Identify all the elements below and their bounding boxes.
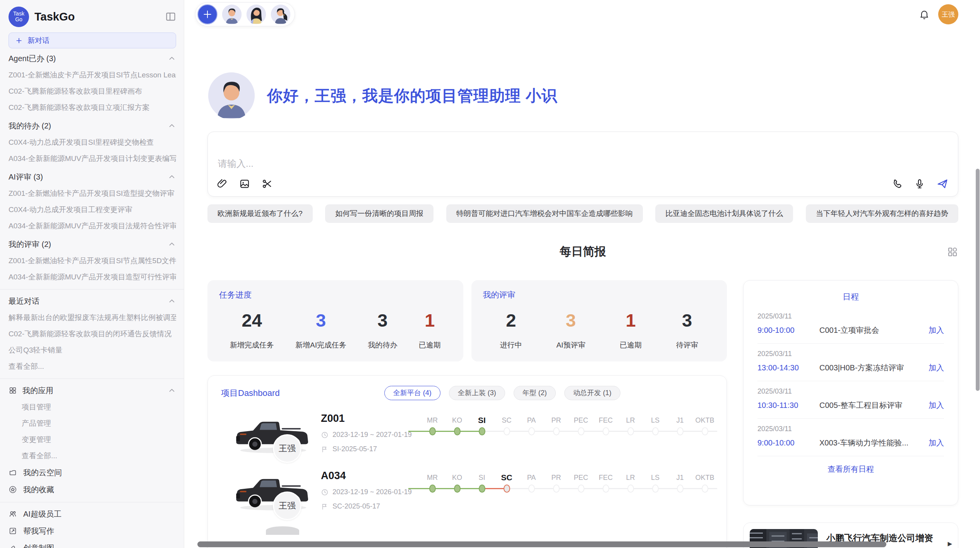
user-avatar[interactable]: 王强 (938, 4, 958, 24)
filter-pill[interactable]: 全新上装 (3) (449, 386, 505, 400)
milestone-LR: LR (618, 471, 643, 494)
milestone-FEC: FEC (593, 471, 618, 494)
milestone-label: FEC (593, 471, 618, 484)
view-all-schedule-link[interactable]: 查看所有日程 (757, 464, 944, 474)
milestone-label: PA (519, 414, 544, 426)
sidebar-section-header[interactable]: AI评审 (3) (9, 168, 176, 185)
stat: 1 已逾期 (620, 310, 642, 350)
sidebar-item[interactable]: C0X4-动力总成开发项目工程变更评审 (9, 202, 176, 218)
milestone-SI: SI (469, 471, 494, 494)
add-agent-button[interactable] (197, 4, 218, 24)
sidebar-item-star[interactable]: 我的收藏 (9, 481, 176, 498)
milestone-OKTB: OKTB (692, 471, 717, 494)
sidebar-item[interactable]: C02-飞腾新能源轻客改款项目里程碑画布 (9, 83, 176, 99)
sidebar-app-item[interactable]: 项目管理 (22, 399, 176, 415)
new-chat-button[interactable]: 新对话 (9, 33, 176, 48)
logo-line2: Go (15, 17, 22, 22)
project-dates: 2023-12-19 ~ 2027-01-19 (321, 431, 420, 439)
sidebar-item[interactable]: C02-飞腾新能源轻客改款项目立项汇报方案 (9, 99, 176, 116)
milestone-label: J1 (668, 414, 692, 426)
milestone-J1: J1 (668, 414, 692, 437)
vertical-scrollbar[interactable] (976, 169, 980, 391)
filter-pill[interactable]: 年型 (2) (514, 386, 556, 400)
sidebar-section-title: Agent已办 (3) (9, 53, 56, 64)
divider (0, 289, 184, 289)
milestone-label: FEC (593, 414, 618, 426)
stat-value: 3 (556, 310, 585, 331)
agent-avatar-3[interactable] (271, 4, 291, 24)
join-link[interactable]: 加入 (929, 325, 944, 336)
sidebar-item[interactable]: C02-飞腾新能源轻客改款项目的闭环通告反馈情况 (9, 326, 176, 342)
image-icon[interactable] (239, 178, 250, 190)
schedule-time: 9:00-10:00 (757, 438, 816, 447)
sidebar-item[interactable]: Z001-全新燃油皮卡产品开发项目SI节点Lesson Learn报告 (9, 67, 176, 83)
notification-bell-icon[interactable] (919, 9, 930, 20)
attachment-icon[interactable] (216, 178, 228, 190)
suggestion-chip[interactable]: 如何写一份清晰的项目周报 (325, 204, 433, 223)
join-link[interactable]: 加入 (929, 400, 944, 411)
sidebar-section-header[interactable]: Agent已办 (3) (9, 50, 176, 67)
composer[interactable]: 请输入... (207, 132, 958, 197)
sidebar-tool-people[interactable]: AI超级员工 (9, 505, 176, 522)
agent-avatar-1[interactable] (222, 4, 242, 24)
suggestion-chip[interactable]: 特朗普可能对进口汽车增税会对中国车企造成哪些影响 (446, 204, 643, 223)
milestone-LS: LS (643, 414, 668, 437)
phone-icon[interactable] (891, 178, 903, 190)
scroll-right-arrow[interactable]: ▶ (947, 540, 952, 547)
sidebar-section-header[interactable]: 最近对话 (9, 293, 176, 310)
schedule-time: 9:00-10:00 (757, 326, 816, 335)
sidebar-section-my-apps[interactable]: 我的应用 (9, 382, 176, 399)
agent-avatar-2[interactable] (246, 4, 266, 24)
milestone-dot (504, 427, 510, 435)
chevron-up-icon (168, 386, 176, 395)
stat-label: 新增AI完成任务 (295, 340, 346, 350)
schedule-time: 13:00-14:30 (757, 363, 816, 372)
microphone-icon[interactable] (914, 178, 925, 190)
sidebar-app-item[interactable]: 变更管理 (22, 432, 176, 448)
sidebar-item[interactable]: A034-全新新能源MUV产品开发项目法规符合性评审 (9, 218, 176, 234)
vehicle-image: 王强 (231, 412, 315, 457)
sidebar-section-header[interactable]: 我的待办 (2) (9, 117, 176, 134)
join-link[interactable]: 加入 (929, 438, 944, 448)
stat-value: 1 (419, 310, 441, 331)
scissors-icon[interactable] (261, 178, 273, 190)
suggestion-chip[interactable]: 比亚迪全固态电池计划具体说了什么 (655, 204, 793, 223)
taskgo-logo: Task Go (9, 7, 29, 27)
sidebar-tool-label: AI超级员工 (23, 509, 62, 519)
people-icon (9, 510, 17, 518)
app-title: TaskGo (34, 10, 75, 23)
project-row[interactable]: 王强 Z001 2023-12-19 ~ 2027-01-19 SI-2025-… (221, 412, 713, 457)
filter-pill[interactable]: 全新平台 (4) (384, 386, 440, 400)
sidebar-item-cloud[interactable]: 我的云空间 (9, 464, 176, 481)
project-row[interactable]: 王强 A034 2023-12-19 ~ 2026-01-19 SC-2025-… (221, 469, 713, 515)
sidebar-item[interactable]: A034-全新新能源MUV产品开发项目造型可行性评审 (9, 269, 176, 285)
sidebar-tool-write[interactable]: 帮我写作 (9, 522, 176, 539)
milestone-dot (429, 485, 436, 493)
sidebar-item[interactable]: C0X4-动力总成开发项目SI里程碑提交物检查 (9, 134, 176, 151)
sidebar-tool-pen[interactable]: 创意制图 (9, 539, 176, 548)
sidebar-section-header[interactable]: 我的评审 (2) (9, 236, 176, 253)
sidebar-app-item[interactable]: 查看全部... (22, 448, 176, 464)
collapse-sidebar-icon[interactable] (165, 11, 176, 22)
sidebar-item[interactable]: Z001-全新燃油轻卡产品开发项目SI节点属性5D文件评审 (9, 253, 176, 269)
sidebar-item[interactable]: 查看全部... (9, 358, 176, 375)
horizontal-scrollbar[interactable] (197, 541, 886, 547)
milestone-dot (528, 427, 535, 435)
sidebar-item[interactable]: A034-全新新能源MUV产品开发项目计划变更表编写 (9, 151, 176, 167)
briefing-title: 每日简报 (207, 244, 958, 260)
milestone-track: MR KO SI SC PA PR PEC FEC LR LS (420, 412, 723, 437)
suggestion-chip[interactable]: 欧洲新规最近颁布了什么? (207, 204, 313, 223)
layout-grid-icon[interactable] (947, 246, 958, 258)
stat-value: 3 (368, 310, 397, 331)
send-icon[interactable] (936, 178, 949, 190)
suggestion-chip[interactable]: 当下年轻人对汽车外观有怎样的喜好趋势 (806, 204, 958, 223)
join-link[interactable]: 加入 (929, 363, 944, 373)
filter-pill[interactable]: 动总开发 (1) (564, 386, 620, 400)
stat: 1 已逾期 (419, 310, 441, 350)
sidebar-item[interactable]: 公司Q3轻卡销量 (9, 342, 176, 358)
sidebar-item[interactable]: 解释最新出台的欧盟报废车法规再生塑料比例被调至15%... (9, 310, 176, 326)
milestone-SI: SI (469, 414, 494, 437)
sidebar-item[interactable]: Z001-全新燃油轻卡产品开发项目SI造型提交物评审 (9, 185, 176, 202)
schedule-list: 2025/03/11 9:00-10:00 C001-立项审批会 加入 2025… (757, 306, 944, 456)
sidebar-app-item[interactable]: 产品管理 (22, 415, 176, 432)
